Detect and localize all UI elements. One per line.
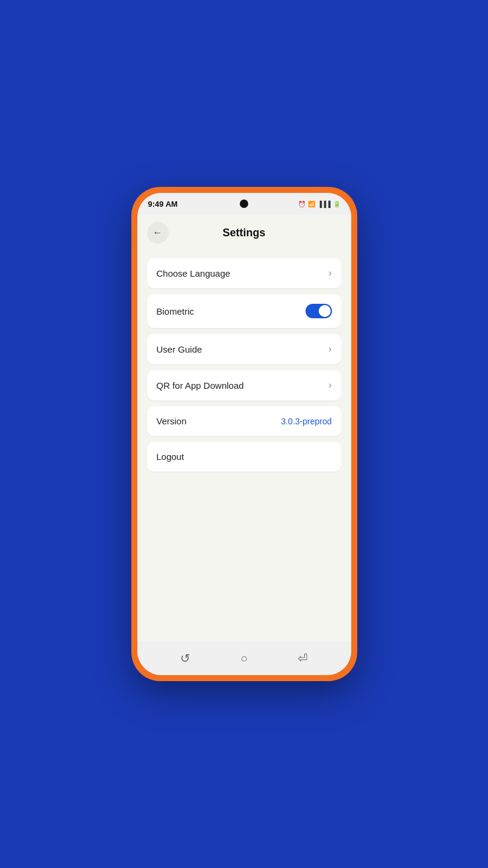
chevron-right-icon: › — [328, 268, 331, 278]
bottom-nav: ↺ ○ ⏎ — [137, 641, 351, 675]
settings-item-version: Version 3.0.3-preprod — [147, 406, 342, 436]
page-title: Settings — [222, 227, 265, 239]
settings-item-logout[interactable]: Logout — [147, 442, 342, 471]
signal-icon: ▐▐▐ — [318, 201, 330, 207]
app-content: ← Settings Choose Language › Biometric — [137, 215, 351, 641]
camera-notch — [240, 200, 248, 208]
version-value: 3.0.3-preprod — [281, 417, 331, 426]
nav-home-icon[interactable]: ○ — [240, 652, 248, 665]
app-header: ← Settings — [137, 215, 351, 253]
user-guide-label: User Guide — [157, 344, 202, 354]
chevron-right-icon: › — [328, 380, 331, 391]
battery-icon: 🔋 — [333, 201, 340, 207]
choose-language-label: Choose Language — [157, 268, 231, 278]
nav-recents-icon[interactable]: ⏎ — [298, 651, 308, 665]
settings-item-user-guide[interactable]: User Guide › — [147, 334, 342, 364]
spacer — [147, 477, 342, 637]
back-arrow-icon: ← — [153, 227, 163, 238]
back-button[interactable]: ← — [147, 222, 169, 244]
qr-download-label: QR for App Download — [157, 380, 244, 391]
settings-item-biometric[interactable]: Biometric — [147, 294, 342, 328]
settings-item-choose-language[interactable]: Choose Language › — [147, 258, 342, 288]
status-icons: ⏰ 📶 ▐▐▐ 🔋 — [298, 201, 340, 207]
settings-list: Choose Language › Biometric User Guide › — [137, 253, 351, 641]
status-time: 9:49 AM — [148, 200, 178, 209]
toggle-thumb — [319, 305, 331, 317]
chevron-right-icon: › — [328, 344, 331, 354]
biometric-label: Biometric — [157, 306, 195, 316]
version-label: Version — [157, 416, 187, 426]
wifi-icon: 📶 — [308, 201, 315, 207]
phone-frame: 9:49 AM ⏰ 📶 ▐▐▐ 🔋 ← Settings — [131, 187, 357, 681]
status-bar: 9:49 AM ⏰ 📶 ▐▐▐ 🔋 — [137, 193, 351, 215]
toggle-track — [305, 304, 332, 318]
settings-item-qr-download[interactable]: QR for App Download › — [147, 370, 342, 400]
biometric-toggle[interactable] — [305, 304, 332, 318]
logout-label: Logout — [157, 451, 184, 462]
alarm-icon: ⏰ — [298, 201, 305, 207]
phone-screen: 9:49 AM ⏰ 📶 ▐▐▐ 🔋 ← Settings — [137, 193, 351, 675]
nav-back-icon[interactable]: ↺ — [180, 651, 190, 665]
